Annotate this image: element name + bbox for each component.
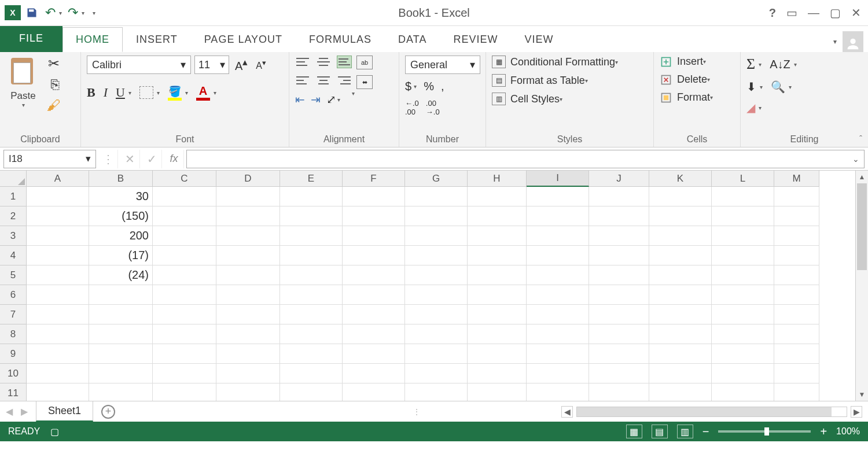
cell-L11[interactable] — [712, 383, 774, 401]
row-header-6[interactable]: 6 — [0, 285, 27, 305]
align-top-button[interactable] — [295, 56, 310, 68]
zoom-level[interactable]: 100% — [836, 426, 860, 437]
bold-button[interactable]: B — [87, 85, 95, 100]
cell-I4[interactable] — [527, 246, 589, 265]
cell-A11[interactable] — [27, 383, 89, 401]
cell-E3[interactable] — [280, 226, 343, 246]
cell-D3[interactable] — [216, 226, 280, 246]
autosum-button[interactable]: Σ — [746, 56, 755, 73]
cell-G9[interactable] — [405, 344, 468, 364]
cell-F10[interactable] — [343, 364, 405, 383]
cell-E2[interactable] — [280, 206, 343, 226]
cell-L9[interactable] — [712, 344, 774, 364]
cell-C9[interactable] — [153, 344, 216, 364]
cell-F7[interactable] — [343, 305, 405, 324]
user-account-button[interactable] — [843, 31, 863, 52]
column-header-M[interactable]: M — [774, 171, 819, 187]
cell-H3[interactable] — [468, 226, 527, 246]
cell-F11[interactable] — [343, 383, 405, 401]
horizontal-scroll-thumb[interactable] — [577, 407, 832, 416]
cell-K8[interactable] — [649, 324, 712, 344]
cell-L7[interactable] — [712, 305, 774, 324]
macro-record-icon[interactable]: ▢ — [50, 426, 59, 437]
cell-H5[interactable] — [468, 265, 527, 285]
tab-scroll-grip[interactable]: ⋮ — [413, 407, 421, 416]
cell-B5[interactable]: (24) — [89, 265, 153, 285]
cell-A3[interactable] — [27, 226, 89, 246]
cell-I9[interactable] — [527, 344, 589, 364]
cell-A1[interactable] — [27, 187, 89, 206]
row-header-1[interactable]: 1 — [0, 187, 27, 206]
cell-L8[interactable] — [712, 324, 774, 344]
cell-C8[interactable] — [153, 324, 216, 344]
cell-D4[interactable] — [216, 246, 280, 265]
cell-I5[interactable] — [527, 265, 589, 285]
cell-G11[interactable] — [405, 383, 468, 401]
cell-L1[interactable] — [712, 187, 774, 206]
cell-I1[interactable] — [527, 187, 589, 206]
column-header-I[interactable]: I — [527, 171, 589, 187]
cell-G2[interactable] — [405, 206, 468, 226]
page-layout-view-button[interactable]: ▤ — [652, 425, 668, 438]
find-select-button[interactable]: 🔍 — [771, 80, 785, 94]
increase-font-button[interactable]: A▴ — [233, 56, 250, 74]
cell-L10[interactable] — [712, 364, 774, 383]
font-color-button[interactable]: A — [196, 84, 210, 101]
cell-I2[interactable] — [527, 206, 589, 226]
cell-G4[interactable] — [405, 246, 468, 265]
cell-K9[interactable] — [649, 344, 712, 364]
save-button[interactable] — [24, 5, 39, 20]
sort-filter-button[interactable]: A↓Z — [770, 58, 790, 71]
cell-B2[interactable]: (150) — [89, 206, 153, 226]
cell-B9[interactable] — [89, 344, 153, 364]
borders-dropdown-icon[interactable]: ▾ — [157, 90, 160, 96]
increase-decimal-button[interactable]: ←.0.00 — [405, 99, 419, 116]
decrease-indent-button[interactable]: ⇤ — [295, 93, 305, 106]
tab-data[interactable]: DATA — [385, 27, 440, 52]
cell-D6[interactable] — [216, 285, 280, 305]
cell-E4[interactable] — [280, 246, 343, 265]
cell-K6[interactable] — [649, 285, 712, 305]
cell-G6[interactable] — [405, 285, 468, 305]
cell-C11[interactable] — [153, 383, 216, 401]
cut-button[interactable]: ✂ — [45, 56, 62, 72]
cell-K5[interactable] — [649, 265, 712, 285]
cell-I8[interactable] — [527, 324, 589, 344]
cell-J6[interactable] — [589, 285, 649, 305]
wrap-text-button[interactable]: ab — [356, 56, 373, 69]
cell-K10[interactable] — [649, 364, 712, 383]
cell-A7[interactable] — [27, 305, 89, 324]
name-box-options[interactable]: ⋮ — [98, 150, 118, 168]
row-header-4[interactable]: 4 — [0, 246, 27, 265]
font-color-dropdown-icon[interactable]: ▾ — [214, 90, 216, 96]
merge-center-button[interactable]: ⬌ — [356, 75, 373, 89]
horizontal-scrollbar[interactable] — [576, 407, 847, 417]
cell-G7[interactable] — [405, 305, 468, 324]
maximize-button[interactable]: ▢ — [830, 6, 841, 20]
cell-H9[interactable] — [468, 344, 527, 364]
fill-button[interactable]: ⬇ — [746, 80, 756, 94]
cell-M11[interactable] — [774, 383, 819, 401]
tab-file[interactable]: FILE — [0, 25, 62, 52]
scroll-left-arrow[interactable]: ◀ — [561, 406, 573, 418]
column-header-E[interactable]: E — [280, 171, 343, 187]
cell-M9[interactable] — [774, 344, 819, 364]
cell-H4[interactable] — [468, 246, 527, 265]
cell-H10[interactable] — [468, 364, 527, 383]
cell-B1[interactable]: 30 — [89, 187, 153, 206]
cell-I6[interactable] — [527, 285, 589, 305]
cancel-formula-button[interactable]: ✕ — [120, 150, 140, 168]
cell-C5[interactable] — [153, 265, 216, 285]
cell-M8[interactable] — [774, 324, 819, 344]
ribbon-display-options-button[interactable]: ▭ — [786, 6, 797, 20]
delete-cells-button[interactable]: Delete▾ — [660, 73, 713, 86]
borders-button[interactable] — [139, 86, 153, 99]
undo-dropdown-icon[interactable]: ▾ — [59, 10, 62, 16]
cell-H6[interactable] — [468, 285, 527, 305]
cell-A2[interactable] — [27, 206, 89, 226]
expand-formula-bar-icon[interactable]: ⌄ — [852, 154, 859, 164]
cell-E11[interactable] — [280, 383, 343, 401]
new-sheet-button[interactable]: + — [101, 405, 115, 419]
underline-dropdown-icon[interactable]: ▾ — [128, 90, 131, 96]
vertical-scrollbar[interactable]: ▲ ▼ — [855, 171, 868, 401]
